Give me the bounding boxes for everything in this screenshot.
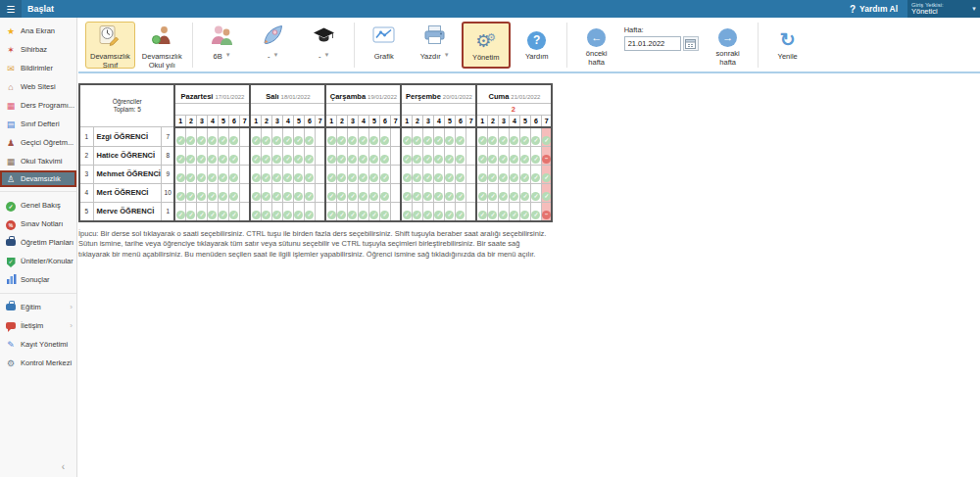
attendance-cell[interactable]: ✓ <box>519 183 530 202</box>
attendance-cell[interactable]: ✓ <box>455 165 466 183</box>
attendance-cell[interactable]: ✓ <box>293 165 304 183</box>
attendance-cell[interactable]: ✓ <box>218 165 228 183</box>
attendance-cell[interactable]: ✓ <box>293 146 304 165</box>
sidebar-item-niteler-konular[interactable]: ✓Üniteler/Konular <box>0 252 76 270</box>
attendance-cell[interactable]: ✓ <box>228 165 239 183</box>
attendance-cell[interactable]: ✓ <box>207 127 218 147</box>
attendance-cell[interactable]: ✓ <box>282 202 293 221</box>
attendance-cell[interactable]: ✓ <box>379 183 390 202</box>
attendance-cell[interactable] <box>466 183 476 202</box>
hour-header[interactable]: 3 <box>422 116 433 127</box>
attendance-cell[interactable]: ✓ <box>476 127 487 147</box>
attendance-cell[interactable]: ✓ <box>261 127 271 147</box>
attendance-cell[interactable]: ✓ <box>519 165 530 183</box>
attendance-cell[interactable]: ✓ <box>368 202 379 221</box>
toolbar-button-blank[interactable]: -▼ <box>300 22 349 69</box>
hour-header[interactable]: 1 <box>325 116 336 127</box>
attendance-cell[interactable]: ✓ <box>401 202 412 221</box>
attendance-cell[interactable]: ✓ <box>530 165 541 183</box>
attendance-cell[interactable]: ✓ <box>401 183 412 202</box>
attendance-cell[interactable]: ✓ <box>455 127 466 147</box>
attendance-cell[interactable]: ✓ <box>196 165 207 183</box>
attendance-cell[interactable] <box>466 202 476 221</box>
attendance-cell[interactable]: ✓ <box>185 202 196 221</box>
attendance-cell[interactable]: ✓ <box>304 202 315 221</box>
attendance-cell[interactable] <box>239 146 250 165</box>
attendance-cell[interactable]: ✓ <box>358 202 368 221</box>
attendance-cell[interactable]: ✓ <box>444 146 455 165</box>
hour-header[interactable]: 6 <box>530 116 541 127</box>
hour-header[interactable]: 2 <box>261 116 271 127</box>
attendance-cell[interactable]: ✓ <box>476 165 487 183</box>
hour-header[interactable]: 7 <box>541 116 552 127</box>
refresh-button[interactable]: ↻ Yenile <box>763 22 812 69</box>
attendance-cell[interactable] <box>315 146 325 165</box>
attendance-cell[interactable]: ✓ <box>174 146 185 165</box>
attendance-cell[interactable]: ✓ <box>336 127 347 147</box>
attendance-cell[interactable]: ✓ <box>282 146 293 165</box>
attendance-cell[interactable]: ✓ <box>498 183 509 202</box>
toolbar-button-6b[interactable]: 6B▼ <box>198 22 247 69</box>
attendance-cell[interactable]: ✓ <box>325 202 336 221</box>
attendance-cell[interactable]: ✓ <box>228 202 239 221</box>
day-header-cuma[interactable]: Cuma21/01/2022 <box>476 84 552 104</box>
hamburger-menu-icon[interactable]: ☰ <box>0 0 22 18</box>
attendance-cell[interactable]: ✓ <box>196 183 207 202</box>
attendance-cell[interactable]: ✓ <box>422 146 433 165</box>
attendance-cell[interactable]: ✓ <box>476 146 487 165</box>
attendance-cell[interactable]: ✓ <box>379 127 390 147</box>
attendance-cell[interactable] <box>315 183 325 202</box>
attendance-cell[interactable]: ✓ <box>207 183 218 202</box>
attendance-cell[interactable]: ✓ <box>325 127 336 147</box>
student-name[interactable]: Merve ÖĞRENCİ <box>93 202 161 221</box>
hour-header[interactable]: 4 <box>509 116 519 127</box>
attendance-cell[interactable]: ✓ <box>509 202 519 221</box>
attendance-cell[interactable]: ✓ <box>185 127 196 147</box>
attendance-cell[interactable]: ✓ <box>401 146 412 165</box>
attendance-cell[interactable]: ✓ <box>519 127 530 147</box>
attendance-cell[interactable]: ✓ <box>433 165 444 183</box>
attendance-cell[interactable]: ✓ <box>325 146 336 165</box>
day-date[interactable]: 17/01/2022 <box>215 94 244 100</box>
hour-header[interactable]: 1 <box>476 116 487 127</box>
student-name[interactable]: Ezgi ÖĞRENCİ <box>93 127 161 147</box>
attendance-cell[interactable]: ✓ <box>174 127 185 147</box>
attendance-cell[interactable]: ✓ <box>487 202 498 221</box>
attendance-cell[interactable]: ✓ <box>509 127 519 147</box>
attendance-cell[interactable]: ✓ <box>271 165 282 183</box>
attendance-cell[interactable]: ✓ <box>433 202 444 221</box>
hour-header[interactable]: 3 <box>498 116 509 127</box>
attendance-cell[interactable]: ✓ <box>261 146 271 165</box>
attendance-cell[interactable]: ✓ <box>444 183 455 202</box>
attendance-cell[interactable]: ✓ <box>304 165 315 183</box>
attendance-cell[interactable]: ✓ <box>530 202 541 221</box>
day-header-ar-amba[interactable]: Çarşamba19/01/2022 <box>325 84 401 104</box>
attendance-cell[interactable]: ✓ <box>455 202 466 221</box>
attendance-cell[interactable]: ✓ <box>476 202 487 221</box>
next-week-button[interactable]: → sonraki hafta <box>704 22 753 69</box>
hour-header[interactable]: 5 <box>293 116 304 127</box>
attendance-cell[interactable]: ✓ <box>412 183 422 202</box>
student-name[interactable]: Hatice ÖĞRENCİ <box>93 146 161 165</box>
attendance-cell[interactable] <box>390 202 401 221</box>
attendance-cell[interactable]: ✓ <box>519 146 530 165</box>
hour-header[interactable]: 2 <box>336 116 347 127</box>
sidebar-item-devams-zl-k[interactable]: ♙Devamsızlık <box>0 170 76 187</box>
attendance-cell[interactable] <box>239 202 250 221</box>
attendance-cell[interactable]: ✓ <box>347 202 358 221</box>
hour-header[interactable]: 5 <box>444 116 455 127</box>
day-header-pazartesi[interactable]: Pazartesi17/01/2022 <box>174 84 250 104</box>
sidebar-item-s-n-f-defteri[interactable]: ▤Sınıf Defteri <box>0 115 76 133</box>
attendance-cell[interactable]: ✓ <box>358 146 368 165</box>
hour-header[interactable]: 7 <box>315 116 325 127</box>
hour-header[interactable]: 1 <box>250 116 261 127</box>
attendance-cell[interactable] <box>239 127 250 147</box>
attendance-cell[interactable]: ✓ <box>530 127 541 147</box>
attendance-cell[interactable] <box>390 146 401 165</box>
attendance-cell[interactable]: ✓ <box>487 146 498 165</box>
attendance-cell[interactable]: ✓ <box>487 127 498 147</box>
attendance-cell[interactable] <box>315 165 325 183</box>
attendance-cell[interactable]: ✓ <box>498 165 509 183</box>
attendance-cell[interactable]: ✓ <box>336 146 347 165</box>
attendance-cell[interactable]: ✓ <box>271 202 282 221</box>
